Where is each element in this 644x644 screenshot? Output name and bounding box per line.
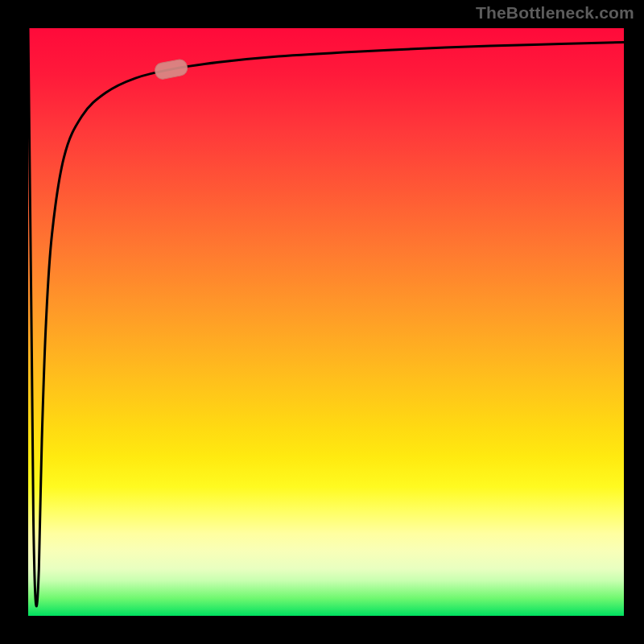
chart-stage: TheBottleneck.com [0, 0, 644, 644]
watermark-text: TheBottleneck.com [476, 3, 634, 23]
curve-layer [28, 28, 624, 616]
plot-area [28, 28, 624, 616]
bottleneck-curve [28, 28, 624, 606]
marker-point [154, 59, 188, 80]
